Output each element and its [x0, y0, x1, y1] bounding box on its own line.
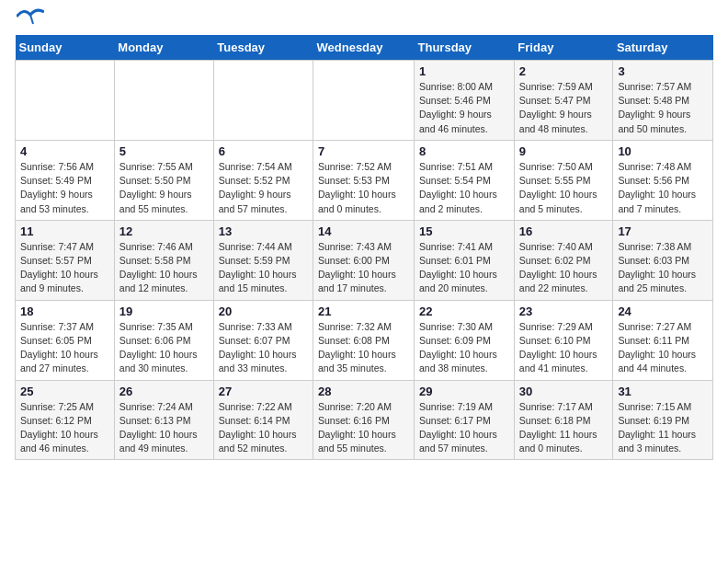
column-header-sunday: Sunday	[16, 35, 115, 61]
day-number: 4	[20, 144, 109, 158]
day-info: Sunrise: 7:17 AMSunset: 6:18 PMDaylight:…	[519, 400, 609, 456]
day-info: Sunrise: 8:00 AMSunset: 5:46 PMDaylight:…	[419, 80, 509, 136]
day-info: Sunrise: 7:22 AMSunset: 6:14 PMDaylight:…	[219, 400, 308, 456]
calendar-cell: 13Sunrise: 7:44 AMSunset: 5:59 PMDayligh…	[213, 220, 313, 300]
day-number: 2	[519, 64, 609, 78]
day-info: Sunrise: 7:29 AMSunset: 6:10 PMDaylight:…	[519, 320, 609, 376]
calendar-cell: 17Sunrise: 7:38 AMSunset: 6:03 PMDayligh…	[613, 220, 713, 300]
calendar-cell: 30Sunrise: 7:17 AMSunset: 6:18 PMDayligh…	[514, 380, 613, 460]
day-number: 9	[519, 144, 609, 158]
day-info: Sunrise: 7:20 AMSunset: 6:16 PMDaylight:…	[318, 400, 409, 456]
column-header-wednesday: Wednesday	[313, 35, 415, 61]
day-number: 13	[219, 224, 308, 238]
day-info: Sunrise: 7:32 AMSunset: 6:08 PMDaylight:…	[318, 320, 409, 376]
day-info: Sunrise: 7:50 AMSunset: 5:55 PMDaylight:…	[519, 160, 609, 216]
calendar-cell: 22Sunrise: 7:30 AMSunset: 6:09 PMDayligh…	[415, 300, 515, 380]
day-info: Sunrise: 7:15 AMSunset: 6:19 PMDaylight:…	[618, 400, 708, 456]
day-info: Sunrise: 7:56 AMSunset: 5:49 PMDaylight:…	[20, 160, 109, 216]
day-info: Sunrise: 7:30 AMSunset: 6:09 PMDaylight:…	[419, 320, 509, 376]
calendar-cell: 24Sunrise: 7:27 AMSunset: 6:11 PMDayligh…	[613, 300, 713, 380]
calendar-cell: 31Sunrise: 7:15 AMSunset: 6:19 PMDayligh…	[613, 380, 713, 460]
calendar-body: 1Sunrise: 8:00 AMSunset: 5:46 PMDaylight…	[16, 61, 713, 460]
day-info: Sunrise: 7:19 AMSunset: 6:17 PMDaylight:…	[419, 400, 509, 456]
day-number: 10	[618, 144, 708, 158]
day-info: Sunrise: 7:41 AMSunset: 6:01 PMDaylight:…	[419, 240, 509, 296]
day-number: 8	[419, 144, 509, 158]
logo	[15, 15, 44, 26]
calendar-cell: 9Sunrise: 7:50 AMSunset: 5:55 PMDaylight…	[514, 140, 613, 220]
calendar-cell: 14Sunrise: 7:43 AMSunset: 6:00 PMDayligh…	[313, 220, 415, 300]
day-number: 17	[618, 224, 708, 238]
day-info: Sunrise: 7:46 AMSunset: 5:58 PMDaylight:…	[119, 240, 209, 296]
calendar-cell: 5Sunrise: 7:55 AMSunset: 5:50 PMDaylight…	[114, 140, 213, 220]
calendar-cell: 8Sunrise: 7:51 AMSunset: 5:54 PMDaylight…	[415, 140, 515, 220]
day-number: 6	[219, 144, 308, 158]
day-number: 14	[318, 224, 409, 238]
calendar-cell: 7Sunrise: 7:52 AMSunset: 5:53 PMDaylight…	[313, 140, 415, 220]
day-number: 28	[318, 385, 409, 398]
day-info: Sunrise: 7:54 AMSunset: 5:52 PMDaylight:…	[219, 160, 308, 216]
calendar-cell: 11Sunrise: 7:47 AMSunset: 5:57 PMDayligh…	[16, 220, 115, 300]
day-number: 7	[318, 144, 409, 158]
calendar-week-3: 11Sunrise: 7:47 AMSunset: 5:57 PMDayligh…	[16, 220, 713, 300]
day-number: 25	[20, 385, 109, 398]
day-number: 1	[419, 64, 509, 78]
calendar-header: SundayMondayTuesdayWednesdayThursdayFrid…	[16, 35, 713, 61]
page-header	[15, 15, 713, 26]
day-info: Sunrise: 7:43 AMSunset: 6:00 PMDaylight:…	[318, 240, 409, 296]
calendar-week-1: 1Sunrise: 8:00 AMSunset: 5:46 PMDaylight…	[16, 61, 713, 141]
day-number: 22	[419, 304, 509, 318]
day-number: 18	[20, 304, 109, 318]
calendar-cell: 6Sunrise: 7:54 AMSunset: 5:52 PMDaylight…	[213, 140, 313, 220]
calendar-cell: 15Sunrise: 7:41 AMSunset: 6:01 PMDayligh…	[415, 220, 515, 300]
day-info: Sunrise: 7:51 AMSunset: 5:54 PMDaylight:…	[419, 160, 509, 216]
column-header-saturday: Saturday	[613, 35, 713, 61]
calendar-cell: 25Sunrise: 7:25 AMSunset: 6:12 PMDayligh…	[16, 380, 115, 460]
day-info: Sunrise: 7:38 AMSunset: 6:03 PMDaylight:…	[618, 240, 708, 296]
calendar-cell	[114, 61, 213, 141]
calendar-cell: 18Sunrise: 7:37 AMSunset: 6:05 PMDayligh…	[16, 300, 115, 380]
calendar-table: SundayMondayTuesdayWednesdayThursdayFrid…	[15, 35, 713, 460]
calendar-cell: 21Sunrise: 7:32 AMSunset: 6:08 PMDayligh…	[313, 300, 415, 380]
column-header-thursday: Thursday	[415, 35, 515, 61]
day-info: Sunrise: 7:37 AMSunset: 6:05 PMDaylight:…	[20, 320, 109, 376]
day-info: Sunrise: 7:27 AMSunset: 6:11 PMDaylight:…	[618, 320, 708, 376]
day-info: Sunrise: 7:35 AMSunset: 6:06 PMDaylight:…	[119, 320, 209, 376]
day-info: Sunrise: 7:48 AMSunset: 5:56 PMDaylight:…	[618, 160, 708, 216]
day-info: Sunrise: 7:24 AMSunset: 6:13 PMDaylight:…	[119, 400, 209, 456]
calendar-cell: 1Sunrise: 8:00 AMSunset: 5:46 PMDaylight…	[415, 61, 515, 141]
day-number: 24	[618, 304, 708, 318]
day-number: 27	[219, 385, 308, 398]
day-number: 16	[519, 224, 609, 238]
day-info: Sunrise: 7:52 AMSunset: 5:53 PMDaylight:…	[318, 160, 409, 216]
calendar-week-2: 4Sunrise: 7:56 AMSunset: 5:49 PMDaylight…	[16, 140, 713, 220]
day-info: Sunrise: 7:55 AMSunset: 5:50 PMDaylight:…	[119, 160, 209, 216]
day-number: 19	[119, 304, 209, 318]
calendar-cell: 2Sunrise: 7:59 AMSunset: 5:47 PMDaylight…	[514, 61, 613, 141]
day-number: 26	[119, 385, 209, 398]
column-header-tuesday: Tuesday	[213, 35, 313, 61]
day-number: 29	[419, 385, 509, 398]
day-info: Sunrise: 7:57 AMSunset: 5:48 PMDaylight:…	[618, 80, 708, 136]
day-number: 3	[618, 64, 708, 78]
calendar-cell: 3Sunrise: 7:57 AMSunset: 5:48 PMDaylight…	[613, 61, 713, 141]
calendar-week-4: 18Sunrise: 7:37 AMSunset: 6:05 PMDayligh…	[16, 300, 713, 380]
calendar-cell: 20Sunrise: 7:33 AMSunset: 6:07 PMDayligh…	[213, 300, 313, 380]
calendar-cell	[213, 61, 313, 141]
calendar-cell: 12Sunrise: 7:46 AMSunset: 5:58 PMDayligh…	[114, 220, 213, 300]
day-info: Sunrise: 7:25 AMSunset: 6:12 PMDaylight:…	[20, 400, 109, 456]
calendar-cell: 23Sunrise: 7:29 AMSunset: 6:10 PMDayligh…	[514, 300, 613, 380]
logo-icon	[17, 7, 44, 26]
day-info: Sunrise: 7:40 AMSunset: 6:02 PMDaylight:…	[519, 240, 609, 296]
calendar-cell	[313, 61, 415, 141]
day-number: 5	[119, 144, 209, 158]
day-info: Sunrise: 7:33 AMSunset: 6:07 PMDaylight:…	[219, 320, 308, 376]
calendar-cell: 4Sunrise: 7:56 AMSunset: 5:49 PMDaylight…	[16, 140, 115, 220]
day-number: 15	[419, 224, 509, 238]
day-number: 23	[519, 304, 609, 318]
calendar-cell: 10Sunrise: 7:48 AMSunset: 5:56 PMDayligh…	[613, 140, 713, 220]
day-number: 12	[119, 224, 209, 238]
day-number: 30	[519, 385, 609, 398]
calendar-cell: 27Sunrise: 7:22 AMSunset: 6:14 PMDayligh…	[213, 380, 313, 460]
day-number: 31	[618, 385, 708, 398]
